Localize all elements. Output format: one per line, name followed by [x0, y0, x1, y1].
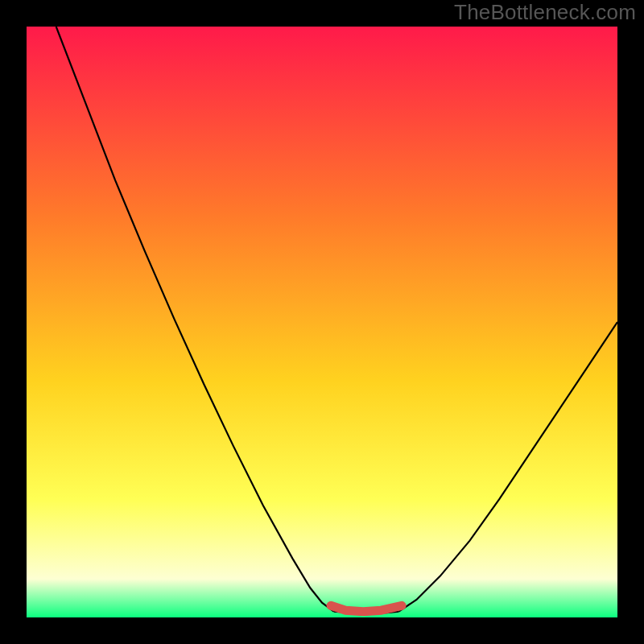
curve-left-branch	[56, 27, 334, 612]
watermark-label: TheBottleneck.com	[454, 0, 636, 25]
chart-frame: TheBottleneck.com	[0, 0, 644, 644]
plot-area	[27, 27, 617, 617]
curve-minimum-highlight	[331, 605, 402, 611]
curve-right-branch	[398, 322, 617, 612]
curve-layer	[27, 27, 617, 617]
